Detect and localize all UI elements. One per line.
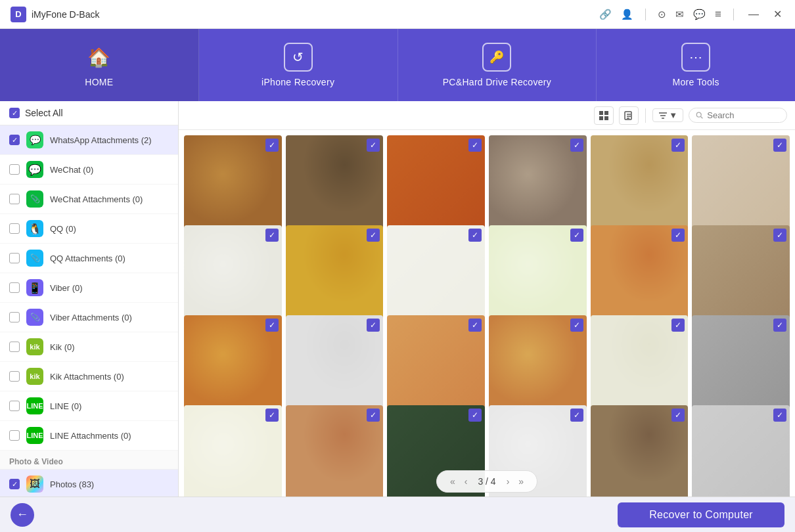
pagination-next[interactable]: › [504, 475, 512, 488]
photo-checkbox[interactable]: ✓ [367, 319, 380, 332]
user-icon[interactable]: 👤 [621, 9, 633, 20]
viber-att-checkbox[interactable] [9, 312, 20, 322]
pagination[interactable]: « ‹ 3 / 4 › » [436, 470, 537, 493]
wechat-att-checkbox[interactable] [9, 194, 20, 204]
photo-cell[interactable]: ✓ [692, 405, 790, 497]
qq-checkbox[interactable] [9, 223, 20, 234]
photo-cell[interactable]: ✓ [387, 225, 485, 323]
pagination-first[interactable]: « [447, 475, 458, 488]
line-checkbox[interactable] [9, 401, 20, 411]
minimize-button[interactable]: — [746, 9, 761, 20]
photo-checkbox[interactable]: ✓ [367, 139, 380, 152]
sidebar-item-kik[interactable]: kik Kik (0) [0, 332, 178, 362]
close-button[interactable]: ✕ [771, 8, 784, 20]
chat-icon[interactable]: 💬 [693, 9, 706, 20]
mail-icon[interactable]: ✉ [675, 9, 684, 20]
photo-checkbox[interactable]: ✓ [367, 409, 380, 422]
select-all-checkbox[interactable] [9, 108, 20, 118]
photo-cell[interactable]: ✓ [286, 405, 384, 497]
photo-cell[interactable]: ✓ [184, 315, 282, 413]
back-button[interactable]: ← [11, 503, 34, 527]
photo-checkbox[interactable]: ✓ [773, 409, 786, 422]
photo-cell[interactable]: ✓ [591, 135, 689, 233]
photo-cell[interactable]: ✓ [692, 135, 790, 233]
photo-checkbox[interactable]: ✓ [570, 229, 583, 242]
file-view-button[interactable] [619, 106, 639, 125]
photo-cell[interactable]: ✓ [184, 135, 282, 233]
sidebar-item-wechat[interactable]: 💬 WeChat (0) [0, 155, 178, 185]
wechat-checkbox[interactable] [9, 164, 20, 175]
filter-arrow-icon: ▼ [669, 110, 677, 120]
photo-checkbox[interactable]: ✓ [671, 409, 685, 422]
photos-checkbox[interactable] [9, 479, 20, 489]
nav-more-label: More Tools [673, 77, 719, 87]
pagination-last[interactable]: » [516, 475, 526, 488]
photo-checkbox[interactable]: ✓ [773, 139, 786, 152]
photo-checkbox[interactable]: ✓ [265, 319, 279, 332]
sidebar-item-whatsapp-attachments[interactable]: 💬 WhatsApp Attachments (2) [0, 125, 178, 155]
sidebar-item-line[interactable]: LINE LINE (0) [0, 391, 178, 421]
nav-iphone-recovery[interactable]: ↺ iPhone Recovery [199, 29, 398, 101]
nav-more-tools[interactable]: ⋯ More Tools [597, 29, 795, 101]
viber-checkbox[interactable] [9, 282, 20, 293]
svg-rect-2 [599, 116, 603, 120]
photo-cell[interactable]: ✓ [286, 315, 384, 413]
photo-checkbox[interactable]: ✓ [671, 139, 685, 152]
search-box[interactable] [689, 108, 787, 123]
photo-cell[interactable]: ✓ [591, 405, 689, 497]
photo-cell[interactable]: ✓ [692, 225, 790, 323]
photo-checkbox[interactable]: ✓ [570, 319, 583, 332]
sidebar-item-viber[interactable]: 📱 Viber (0) [0, 273, 178, 303]
sidebar-item-qq-attachments[interactable]: 📎 QQ Attachments (0) [0, 244, 178, 273]
photo-cell[interactable]: ✓ [286, 225, 384, 323]
photo-cell[interactable]: ✓ [184, 225, 282, 323]
sidebar-item-qq[interactable]: 🐧 QQ (0) [0, 214, 178, 244]
photo-cell[interactable]: ✓ [591, 315, 689, 413]
photo-cell[interactable]: ✓ [489, 225, 587, 323]
photo-checkbox[interactable]: ✓ [671, 319, 685, 332]
photo-cell[interactable]: ✓ [692, 315, 790, 413]
whatsapp-label: WhatsApp Attachments (2) [50, 135, 169, 145]
photo-checkbox[interactable]: ✓ [773, 319, 786, 332]
select-all-row[interactable]: Select All [0, 101, 178, 125]
sidebar-item-viber-attachments[interactable]: 📎 Viber Attachments (0) [0, 303, 178, 332]
photo-checkbox[interactable]: ✓ [773, 229, 786, 242]
photo-cell[interactable]: ✓ [184, 405, 282, 497]
photo-checkbox[interactable]: ✓ [265, 139, 279, 152]
sidebar-item-photos[interactable]: 🖼 Photos (83) [0, 470, 178, 497]
kik-att-checkbox[interactable] [9, 371, 20, 382]
photo-checkbox[interactable]: ✓ [367, 229, 380, 242]
grid-view-button[interactable] [594, 106, 614, 125]
search-input[interactable] [707, 110, 780, 120]
photo-checkbox[interactable]: ✓ [570, 139, 583, 152]
photo-checkbox[interactable]: ✓ [468, 139, 482, 152]
photo-cell[interactable]: ✓ [489, 135, 587, 233]
pagination-prev[interactable]: ‹ [462, 475, 470, 488]
nav-home[interactable]: 🏠 HOME [0, 29, 199, 101]
photo-cell[interactable]: ✓ [489, 315, 587, 413]
photo-checkbox[interactable]: ✓ [265, 409, 279, 422]
recover-button[interactable]: Recover to Computer [618, 502, 784, 527]
photo-cell[interactable]: ✓ [591, 225, 689, 323]
photo-cell[interactable]: ✓ [286, 135, 384, 233]
photo-checkbox[interactable]: ✓ [468, 319, 482, 332]
line-att-checkbox[interactable] [9, 430, 20, 441]
photo-checkbox[interactable]: ✓ [671, 229, 685, 242]
kik-checkbox[interactable] [9, 342, 20, 352]
location-icon[interactable]: ⊙ [658, 9, 666, 20]
photo-checkbox[interactable]: ✓ [570, 409, 583, 422]
whatsapp-checkbox[interactable] [9, 135, 20, 145]
qq-att-checkbox[interactable] [9, 253, 20, 263]
share-icon[interactable]: 🔗 [599, 9, 612, 20]
sidebar-item-line-attachments[interactable]: LINE LINE Attachments (0) [0, 421, 178, 451]
menu-icon[interactable]: ≡ [715, 8, 721, 21]
photo-cell[interactable]: ✓ [387, 135, 485, 233]
sidebar-item-wechat-attachments[interactable]: 📎 WeChat Attachments (0) [0, 185, 178, 214]
filter-button[interactable]: ▼ [652, 108, 683, 122]
sidebar-item-kik-attachments[interactable]: kik Kik Attachments (0) [0, 362, 178, 391]
photo-checkbox[interactable]: ✓ [265, 229, 279, 242]
photo-checkbox[interactable]: ✓ [468, 229, 482, 242]
photo-cell[interactable]: ✓ [387, 315, 485, 413]
nav-pc-recovery[interactable]: 🔑 PC&Hard Drive Recovery [398, 29, 597, 101]
photo-checkbox[interactable]: ✓ [468, 409, 482, 422]
